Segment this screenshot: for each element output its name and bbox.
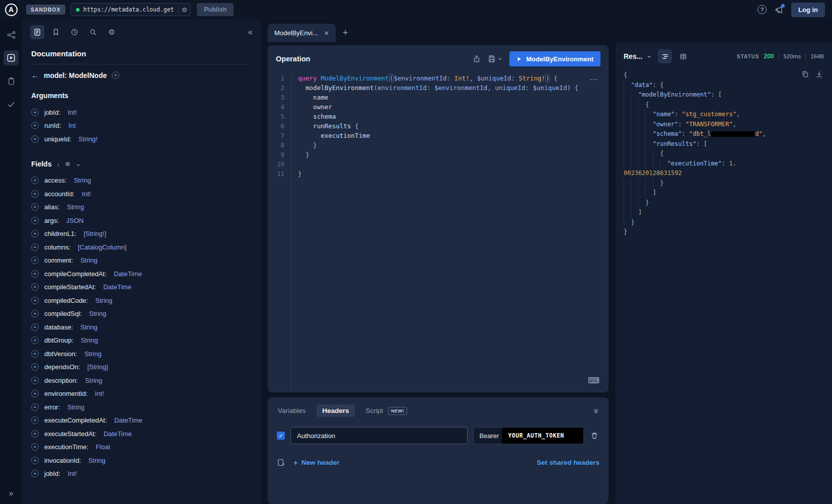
add-field-plus-icon[interactable]: + <box>31 390 39 397</box>
saved-operations-bookmark-icon[interactable] <box>49 25 63 39</box>
field-item[interactable]: +dbtGroup: String <box>31 334 252 348</box>
field-item[interactable]: +executeCompletedAt: DateTime <box>31 414 252 428</box>
add-field-plus-icon[interactable]: + <box>31 337 39 344</box>
field-type[interactable]: Int! <box>67 109 77 116</box>
tab-headers[interactable]: Headers <box>317 404 354 417</box>
add-field-plus-icon[interactable]: + <box>31 177 39 184</box>
field-item[interactable]: +columns: [CatalogColumn] <box>31 240 252 254</box>
field-item[interactable]: +error: String <box>31 400 252 414</box>
argument-item[interactable]: +uniqueId: String! <box>31 132 252 146</box>
field-item[interactable]: +childrenL1: [String!] <box>31 227 252 241</box>
field-type[interactable]: String <box>81 337 98 344</box>
add-all-fields-icon[interactable]: + <box>112 71 119 79</box>
auth-token-value[interactable]: YOUR_AUTH_TOKEN <box>502 428 583 444</box>
search-icon[interactable] <box>86 25 100 39</box>
header-enabled-checkbox[interactable]: ✓ <box>277 432 285 440</box>
new-header-button[interactable]: + New header <box>293 458 340 467</box>
close-tab-icon[interactable]: ✕ <box>324 30 329 37</box>
field-item[interactable]: +jobId: Int! <box>31 467 252 481</box>
add-field-plus-icon[interactable]: + <box>31 135 39 143</box>
field-type[interactable]: [String!] <box>84 230 106 237</box>
collapse-panel-icon[interactable]: « <box>248 27 253 37</box>
copy-response-icon[interactable] <box>801 70 809 78</box>
field-item[interactable]: +executionTime: Float <box>31 441 252 454</box>
announcements-megaphone-icon[interactable] <box>775 6 783 14</box>
history-icon[interactable] <box>67 25 82 39</box>
field-item[interactable]: +dependsOn: [String] <box>31 361 252 374</box>
header-value-input[interactable]: Bearer YOUR_AUTH_TOKEN <box>473 427 584 444</box>
field-type[interactable]: DateTime <box>103 283 131 291</box>
publish-button[interactable]: Publish <box>197 3 234 16</box>
login-button[interactable]: Log in <box>791 3 825 17</box>
new-tab-icon[interactable]: + <box>343 28 348 38</box>
argument-item[interactable]: +jobId: Int! <box>31 106 252 119</box>
add-field-plus-icon[interactable]: + <box>31 283 39 291</box>
field-type[interactable]: DateTime <box>114 270 142 278</box>
field-type[interactable]: String <box>89 457 106 464</box>
documentation-tab-icon[interactable] <box>30 25 44 39</box>
field-type[interactable]: String <box>67 403 85 411</box>
add-field-plus-icon[interactable]: + <box>31 122 39 129</box>
add-field-plus-icon[interactable]: + <box>31 363 39 371</box>
add-field-plus-icon[interactable]: + <box>31 203 39 211</box>
add-field-plus-icon[interactable]: + <box>31 310 39 317</box>
expand-rail-icon[interactable]: » <box>9 489 14 498</box>
field-type[interactable]: Int! <box>67 470 77 477</box>
field-type[interactable]: String <box>85 377 102 384</box>
apollo-logo[interactable]: A <box>0 4 22 16</box>
pretty-print-icon[interactable] <box>658 49 672 63</box>
add-field-plus-icon[interactable]: + <box>31 217 39 224</box>
argument-item[interactable]: +runId: Int <box>31 119 252 133</box>
collapse-bottom-panel-icon[interactable] <box>592 407 599 414</box>
add-field-plus-icon[interactable]: + <box>31 403 39 411</box>
code-lines[interactable]: query ModelByEnvironment($environmentId:… <box>291 73 609 392</box>
field-item[interactable]: +compileStartedAt: DateTime <box>31 281 252 294</box>
save-operation-button[interactable] <box>488 55 502 63</box>
field-type[interactable]: Int! <box>95 390 104 397</box>
add-field-plus-icon[interactable]: + <box>31 190 39 198</box>
add-field-plus-icon[interactable]: + <box>31 416 39 424</box>
table-view-icon[interactable] <box>676 49 690 63</box>
tab-script[interactable]: Script <box>365 404 385 417</box>
field-type[interactable]: String! <box>79 135 98 143</box>
field-item[interactable]: +database: String <box>31 320 252 334</box>
add-field-plus-icon[interactable]: + <box>31 470 39 477</box>
field-item[interactable]: +executeStartedAt: DateTime <box>31 427 252 441</box>
add-field-plus-icon[interactable]: + <box>31 257 39 264</box>
field-type[interactable]: [String] <box>87 363 108 371</box>
add-field-plus-icon[interactable]: + <box>31 230 39 237</box>
download-response-icon[interactable] <box>815 70 823 78</box>
back-arrow-icon[interactable]: ← <box>31 71 39 79</box>
set-shared-headers-link[interactable]: Set shared headers <box>537 459 599 466</box>
field-type[interactable]: DateTime <box>114 416 142 424</box>
operation-tab[interactable]: ModelByEnvi... ✕ <box>268 24 336 42</box>
field-item[interactable]: +comment: String <box>31 254 252 268</box>
field-item[interactable]: +compiledCode: String <box>31 294 252 307</box>
field-item[interactable]: +invocationId: String <box>31 454 252 467</box>
add-field-plus-icon[interactable]: + <box>31 430 39 438</box>
sort-fields-icon[interactable]: ↓ <box>56 160 60 167</box>
field-type[interactable]: Int! <box>82 190 91 198</box>
field-type[interactable]: String <box>74 177 91 184</box>
add-field-plus-icon[interactable]: + <box>31 377 39 384</box>
share-operation-icon[interactable] <box>473 55 481 63</box>
field-type[interactable]: [CatalogColumn] <box>78 243 127 251</box>
field-item[interactable]: +environmentId: Int! <box>31 387 252 401</box>
field-item[interactable]: +compileCompletedAt: DateTime <box>31 267 252 281</box>
field-type[interactable]: JSON <box>66 217 84 224</box>
header-key-input[interactable]: Authorization <box>290 427 468 444</box>
schema-graph-icon[interactable] <box>4 27 19 42</box>
field-item[interactable]: +description: String <box>31 374 252 387</box>
run-operation-button[interactable]: ModelByEnvironment <box>509 51 600 66</box>
bulk-edit-icon[interactable] <box>277 458 285 467</box>
add-field-plus-icon[interactable]: + <box>31 323 39 331</box>
field-type[interactable]: Float <box>96 443 110 451</box>
help-icon[interactable]: ? <box>758 5 767 14</box>
field-type[interactable]: DateTime <box>104 430 132 438</box>
response-dropdown-chevron-icon[interactable] <box>646 54 652 59</box>
field-type[interactable]: String <box>67 203 84 211</box>
add-field-plus-icon[interactable]: + <box>31 109 39 116</box>
delete-header-icon[interactable] <box>589 432 599 440</box>
checklist-icon[interactable] <box>4 97 19 112</box>
add-fields-icon[interactable]: ⊕ <box>65 160 70 167</box>
